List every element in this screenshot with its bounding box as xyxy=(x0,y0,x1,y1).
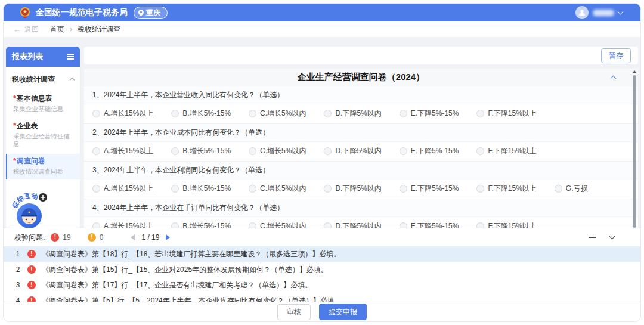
error-count: 19 xyxy=(63,233,70,242)
radio-button[interactable] xyxy=(92,222,100,228)
option-item[interactable]: C.增长5%以内 xyxy=(249,221,306,228)
option-item[interactable]: C.增长5%以内 xyxy=(249,146,306,156)
option-item[interactable]: B.增长5%-15% xyxy=(171,109,231,119)
radio-button[interactable] xyxy=(249,110,256,117)
error-badge-icon: ! xyxy=(51,233,59,242)
next-page-icon[interactable] xyxy=(166,234,170,240)
option-item[interactable]: E.下降5%-15% xyxy=(400,109,459,119)
validation-item[interactable]: 4!《调查问卷表》第【5】行_【5、2024年上半年，本企业库存同比有何变化？（… xyxy=(4,293,640,302)
warning-count: 0 xyxy=(100,233,104,242)
radio-button[interactable] xyxy=(476,110,484,117)
option-label: D.下降5%以内 xyxy=(335,109,381,119)
radio-button[interactable] xyxy=(324,222,332,228)
radio-button[interactable] xyxy=(171,147,179,155)
option-item[interactable]: F.下降15%以上 xyxy=(476,146,536,156)
validation-item-text: 《调查问卷表》第【17】行_【17、企业是否有出境建厂相关考虑？（单选）】必填。 xyxy=(42,280,312,290)
option-item[interactable]: D.下降5%以内 xyxy=(324,184,381,194)
option-item[interactable]: A.增长15%以上 xyxy=(92,109,153,119)
radio-button[interactable] xyxy=(249,222,256,228)
sidebar-item-text: 基本信息表 xyxy=(17,94,52,103)
option-label: F.下降15%以上 xyxy=(488,221,536,228)
option-item[interactable]: F.下降15%以上 xyxy=(476,184,536,194)
option-item[interactable]: A.增长15%以上 xyxy=(92,221,153,228)
option-item[interactable]: B.增长5%-15% xyxy=(171,146,231,156)
mascot-plus-icon xyxy=(39,193,47,202)
option-item[interactable]: B.增长5%-15% xyxy=(171,221,231,228)
questionnaire-panel: 企业生产经营调查问卷（2024） 1、2024年上半年，本企业营业收入同比有何变… xyxy=(84,69,638,228)
option-label: B.增长5%-15% xyxy=(182,109,231,119)
radio-button[interactable] xyxy=(476,185,484,193)
option-item[interactable]: G.亏损 xyxy=(555,184,588,194)
radio-button[interactable] xyxy=(92,110,100,117)
option-item[interactable]: E.下降5%-15% xyxy=(400,146,459,156)
option-item[interactable]: E.下降5%-15% xyxy=(400,184,459,194)
option-label: D.下降5%以内 xyxy=(335,184,381,194)
option-item[interactable]: D.下降5%以内 xyxy=(324,221,381,228)
questionnaire-header: 企业生产经营调查问卷（2024） xyxy=(84,69,638,86)
chevron-down-icon[interactable] xyxy=(618,9,624,15)
menu-icon[interactable] xyxy=(67,54,74,60)
validation-list: 1!《调查问卷表》第【18】行_【18、若出境建厂打算主要在哪里建设？（最多选三… xyxy=(4,246,640,302)
option-item[interactable]: F.下降15%以上 xyxy=(476,109,536,119)
radio-button[interactable] xyxy=(324,185,332,193)
radio-button[interactable] xyxy=(171,222,179,228)
option-label: C.增长5%以内 xyxy=(260,109,306,119)
radio-button[interactable] xyxy=(324,110,332,117)
back-button[interactable]: ← 返回 xyxy=(13,24,39,35)
question-options: A.增长15%以上B.增长5%-15%C.增长5%以内D.下降5%以内E.下降5… xyxy=(84,142,638,161)
sidebar-item[interactable]: *调查问卷税收情况调查问卷 xyxy=(6,154,80,179)
sidebar-items: *基本信息表采集企业基础信息*企业表采集企业经营特征信息*调查问卷税收情况调查问… xyxy=(6,91,80,179)
validation-item[interactable]: 2!《调查问卷表》第【15】行_【15、企业对2025年的整体发展预期如何？（单… xyxy=(4,262,640,277)
submit-button[interactable]: 提交申报 xyxy=(319,304,367,320)
validation-panel: 校验问题: ! 19 ! 0 1 / 19 1!《调查问卷表》第【18】行_【1… xyxy=(4,228,640,302)
review-button[interactable]: 审核 xyxy=(277,304,311,320)
option-item[interactable]: A.增长15%以上 xyxy=(92,146,153,156)
mascot-widget[interactable]: 征纳互动 xyxy=(11,191,49,228)
option-item[interactable]: C.增长5%以内 xyxy=(249,184,306,194)
radio-button[interactable] xyxy=(249,185,256,193)
radio-button[interactable] xyxy=(400,110,407,117)
questionnaire-title: 企业生产经营调查问卷（2024） xyxy=(84,72,638,83)
question-text: 4、2024年上半年，本企业在手订单同比有何变化？（单选） xyxy=(84,199,638,217)
radio-button[interactable] xyxy=(555,185,562,193)
option-label: A.增长15%以上 xyxy=(104,184,153,194)
prev-page-icon[interactable] xyxy=(131,234,135,240)
radio-button[interactable] xyxy=(400,185,407,193)
collapse-validation-icon[interactable] xyxy=(609,234,615,240)
chevron-up-icon xyxy=(70,77,75,82)
radio-button[interactable] xyxy=(476,222,484,228)
radio-button[interactable] xyxy=(324,147,332,155)
radio-button[interactable] xyxy=(249,147,256,155)
validation-item[interactable]: 1!《调查问卷表》第【18】行_【18、若出境建厂打算主要在哪里建设？（最多选三… xyxy=(4,246,640,262)
error-badge-icon: ! xyxy=(27,296,36,302)
sidebar-item[interactable]: *企业表采集企业经营特征信息 xyxy=(6,119,80,151)
radio-button[interactable] xyxy=(171,185,179,193)
option-item[interactable]: B.增长5%-15% xyxy=(171,184,231,194)
radio-button[interactable] xyxy=(476,147,484,155)
save-draft-button[interactable]: 暂存 xyxy=(601,48,631,63)
option-item[interactable]: C.增长5%以内 xyxy=(249,109,306,119)
radio-button[interactable] xyxy=(92,185,100,193)
user-avatar[interactable] xyxy=(575,6,589,19)
minimize-icon[interactable] xyxy=(589,237,596,238)
username-redacted xyxy=(593,10,614,16)
validation-header: 校验问题: ! 19 ! 0 1 / 19 xyxy=(4,228,640,246)
radio-button[interactable] xyxy=(400,222,407,228)
option-item[interactable]: F.下降15%以上 xyxy=(476,221,536,228)
option-item[interactable]: E.下降5%-15% xyxy=(400,221,459,228)
option-item[interactable]: D.下降5%以内 xyxy=(324,109,381,119)
radio-button[interactable] xyxy=(92,147,100,155)
sidebar-group-toggle[interactable]: 税收统计调查 xyxy=(6,69,80,91)
scrollbar[interactable] xyxy=(631,70,637,228)
validation-item-text: 《调查问卷表》第【15】行_【15、企业对2025年的整体发展预期如何？（单选）… xyxy=(42,265,328,275)
scroll-up-icon[interactable] xyxy=(632,70,637,73)
radio-button[interactable] xyxy=(171,110,179,117)
option-item[interactable]: D.下降5%以内 xyxy=(324,146,381,156)
scrollbar-thumb[interactable] xyxy=(633,75,636,228)
option-item[interactable]: A.增长15%以上 xyxy=(92,184,153,194)
sidebar-item[interactable]: *基本信息表采集企业基础信息 xyxy=(6,91,80,116)
validation-item[interactable]: 3!《调查问卷表》第【17】行_【17、企业是否有出境建厂相关考虑？（单选）】必… xyxy=(4,277,640,293)
location-badge[interactable]: 重庆 xyxy=(134,7,168,19)
radio-button[interactable] xyxy=(400,147,407,155)
breadcrumb-home[interactable]: 首页 xyxy=(50,24,64,35)
